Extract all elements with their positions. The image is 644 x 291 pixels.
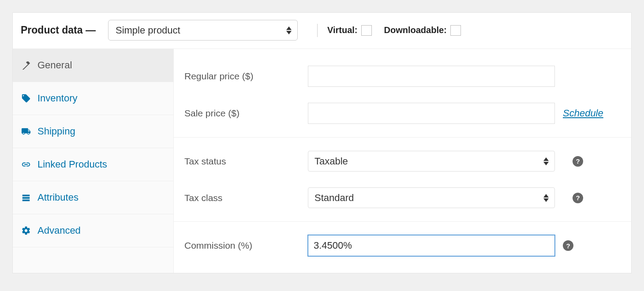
- product-data-tabs: General Inventory Shipping: [13, 49, 174, 273]
- tab-inventory: Inventory: [13, 82, 173, 115]
- tax-group: Tax status Taxable ?: [174, 138, 631, 222]
- tab-linked-label: Linked Products: [37, 159, 107, 170]
- tab-advanced-link[interactable]: Advanced: [13, 214, 173, 247]
- tab-shipping: Shipping: [13, 115, 173, 148]
- header-separator: [317, 24, 318, 37]
- sale-price-row: Sale price ($) Schedule: [174, 95, 631, 132]
- commission-row: Commission (%) ?: [174, 227, 631, 264]
- tab-general-link[interactable]: General: [13, 49, 173, 82]
- virtual-checkbox[interactable]: [361, 25, 372, 36]
- commission-input[interactable]: [308, 235, 555, 256]
- tab-linked-link[interactable]: Linked Products: [13, 148, 173, 181]
- product-data-header: Product data — Simple product Virtual: D…: [13, 13, 631, 49]
- panel-body: General Inventory Shipping: [13, 49, 631, 273]
- panel-title: Product data —: [21, 24, 96, 36]
- product-data-panel: Product data — Simple product Virtual: D…: [12, 12, 632, 273]
- tab-advanced: Advanced: [13, 214, 173, 247]
- tab-attributes-link[interactable]: Attributes: [13, 181, 173, 214]
- truck-icon: [21, 126, 31, 137]
- list-icon: [21, 192, 31, 203]
- wrench-icon: [21, 60, 31, 71]
- regular-price-label: Regular price ($): [184, 71, 308, 82]
- tab-inventory-link[interactable]: Inventory: [13, 82, 173, 115]
- tax-class-help-icon[interactable]: ?: [573, 193, 583, 203]
- general-tab-content: Regular price ($) Sale price ($) Schedul…: [174, 49, 631, 273]
- tab-advanced-label: Advanced: [37, 225, 81, 236]
- tax-class-row: Tax class Standard ?: [174, 179, 631, 216]
- product-type-select-wrap: Simple product: [108, 20, 298, 41]
- link-icon: [21, 159, 31, 170]
- tab-inventory-label: Inventory: [37, 93, 78, 104]
- tax-status-select[interactable]: Taxable: [308, 151, 555, 172]
- tax-status-label: Tax status: [184, 156, 308, 167]
- downloadable-label: Downloadable:: [384, 25, 447, 35]
- tax-class-select[interactable]: Standard: [308, 187, 555, 208]
- downloadable-checkbox[interactable]: [450, 25, 461, 36]
- regular-price-input[interactable]: [308, 66, 555, 87]
- tax-status-help-icon[interactable]: ?: [573, 156, 583, 167]
- commission-help-icon[interactable]: ?: [563, 240, 573, 251]
- downloadable-field: Downloadable:: [384, 25, 461, 36]
- sale-price-label: Sale price ($): [184, 108, 308, 119]
- tax-status-row: Tax status Taxable ?: [174, 143, 631, 179]
- tab-general-label: General: [37, 60, 72, 71]
- virtual-field: Virtual:: [327, 25, 372, 36]
- price-group: Regular price ($) Sale price ($) Schedul…: [174, 52, 631, 138]
- regular-price-row: Regular price ($): [174, 58, 631, 95]
- virtual-label: Virtual:: [327, 25, 358, 35]
- product-type-select[interactable]: Simple product: [108, 20, 298, 41]
- sale-price-input[interactable]: [308, 103, 555, 124]
- tab-attributes-label: Attributes: [37, 192, 79, 203]
- commission-group: Commission (%) ?: [174, 222, 631, 269]
- gear-icon: [21, 225, 31, 236]
- tab-shipping-link[interactable]: Shipping: [13, 115, 173, 148]
- tab-general: General: [13, 49, 173, 82]
- tag-icon: [21, 93, 31, 104]
- tab-linked: Linked Products: [13, 148, 173, 181]
- commission-label: Commission (%): [184, 240, 308, 251]
- tax-class-label: Tax class: [184, 193, 308, 203]
- tab-attributes: Attributes: [13, 181, 173, 214]
- schedule-link[interactable]: Schedule: [563, 108, 603, 119]
- tab-shipping-label: Shipping: [37, 126, 75, 137]
